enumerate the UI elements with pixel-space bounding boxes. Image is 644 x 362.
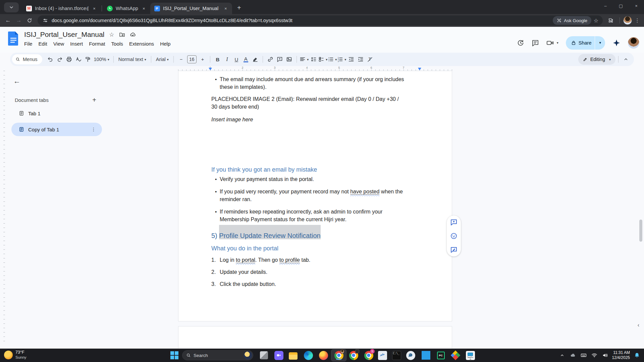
notification-bell-icon[interactable]	[633, 352, 641, 359]
start-button[interactable]	[170, 351, 179, 360]
left-indent-marker[interactable]	[209, 68, 212, 70]
italic-button[interactable]: I	[222, 55, 232, 64]
tab-search-button[interactable]	[4, 2, 19, 12]
menu-edit[interactable]: Edit	[35, 40, 50, 48]
taskbar-clock[interactable]: 11:31 AM 12/4/2025	[612, 350, 630, 360]
taskbar-chrome-2[interactable]	[349, 351, 358, 360]
gemini-sparkle-icon[interactable]	[612, 39, 621, 47]
star-document-icon[interactable]: ☆	[109, 31, 114, 38]
taskbar-search[interactable]: Search	[182, 350, 253, 360]
taskbar-weather[interactable]: 73°F Sunny	[4, 350, 26, 360]
increase-indent-icon[interactable]	[356, 55, 365, 64]
taskbar-postgresql[interactable]	[406, 351, 415, 360]
highlight-color-button[interactable]	[251, 55, 260, 64]
doc-line[interactable]: reminder ran.	[220, 195, 438, 203]
menu-help[interactable]: Help	[157, 40, 173, 48]
text-color-button[interactable]: A	[241, 55, 251, 64]
editing-mode-button[interactable]: Editing ▾	[578, 54, 615, 65]
browser-menu-kebab-icon[interactable]: ⋮	[633, 17, 641, 23]
comments-icon[interactable]	[532, 39, 539, 47]
doc-line[interactable]: Verify your payment status in the portal…	[220, 175, 438, 183]
doc-block-bullet[interactable]: •Verify your payment status in the porta…	[211, 175, 438, 183]
paragraph-style-select[interactable]: Normal text▾	[116, 55, 148, 64]
url-text[interactable]: docs.google.com/document/d/1Q8xj6S6o31Qg…	[52, 18, 553, 23]
move-to-folder-icon[interactable]	[119, 32, 125, 38]
zoom-select[interactable]: 100%▾	[93, 55, 111, 64]
sidebar-item-copy-of-tab-1[interactable]: Copy of Tab 1 ⋮	[11, 123, 102, 136]
underline-button[interactable]: U	[232, 55, 241, 64]
insert-image-icon[interactable]	[284, 55, 294, 64]
collapse-toolbar-icon[interactable]	[621, 55, 631, 64]
taskbar-meet[interactable]	[274, 351, 283, 360]
back-icon[interactable]: ←	[3, 15, 13, 26]
menu-view[interactable]: View	[50, 40, 67, 48]
menu-extensions[interactable]: Extensions	[126, 40, 157, 48]
doc-block-bullet[interactable]: •If reminders keep repeating incorrectly…	[211, 208, 438, 223]
volume-icon[interactable]	[601, 352, 609, 359]
touch-keyboard-icon[interactable]	[580, 352, 587, 359]
bookmark-star-icon[interactable]: ☆	[591, 16, 601, 25]
sidebar-item-tab-1[interactable]: Tab 1	[11, 107, 102, 120]
doc-line[interactable]: What you do in the portal	[211, 244, 438, 253]
selected-text[interactable]: Profile Update Review Notification	[219, 232, 320, 239]
suggest-edit-button[interactable]	[449, 245, 458, 254]
document-page-next[interactable]	[178, 326, 452, 349]
docs-profile-avatar[interactable]	[628, 37, 639, 49]
doc-block-bullet[interactable]: •If you paid very recently, your payment…	[211, 188, 438, 203]
taskbar-file-explorer[interactable]	[288, 351, 298, 360]
doc-line[interactable]: Click the update button.	[220, 280, 438, 288]
undo-icon[interactable]	[46, 55, 55, 64]
doc-block-h3[interactable]: What you do in the portal	[211, 244, 438, 253]
tab-close-icon[interactable]: ×	[223, 5, 229, 11]
doc-block-h3[interactable]: If you think you got an email by mistake	[211, 165, 438, 174]
checklist-select[interactable]: ▾	[318, 55, 328, 64]
docs-app-icon[interactable]	[7, 31, 19, 46]
doc-line[interactable]: If reminders keep repeating incorrectly,…	[220, 208, 438, 216]
menu-tools[interactable]: Tools	[108, 40, 126, 48]
doc-line[interactable]: 5) Profile Update Review Notification	[211, 231, 438, 241]
right-indent-marker[interactable]	[418, 68, 421, 70]
maximize-button[interactable]: ▢	[613, 0, 629, 11]
print-icon[interactable]	[64, 55, 74, 64]
tab-close-icon[interactable]: ×	[141, 5, 147, 11]
paint-format-icon[interactable]	[83, 55, 93, 64]
minimize-button[interactable]: –	[598, 0, 613, 11]
doc-line[interactable]: If you paid very recently, your payment …	[220, 188, 438, 195]
version-history-icon[interactable]	[517, 39, 524, 47]
reload-icon[interactable]	[24, 15, 35, 26]
emoji-reaction-button[interactable]	[449, 232, 458, 240]
taskbar-edge[interactable]	[304, 351, 313, 360]
scrollbar-thumb[interactable]	[639, 220, 642, 242]
doc-block-num[interactable]: 1.Log in to portal. Then go to profile t…	[211, 256, 438, 264]
taskbar-vscode[interactable]	[421, 351, 431, 360]
toolbar-search-menus[interactable]: Menus	[12, 54, 42, 64]
add-tab-icon[interactable]: +	[90, 96, 99, 104]
meet-videocam-icon[interactable]: ▾	[546, 39, 558, 47]
font-size-field[interactable]: 16	[187, 55, 197, 63]
tray-chevron-up-icon[interactable]	[558, 352, 566, 359]
doc-block-num[interactable]: 3.Click the update button.	[211, 280, 438, 288]
doc-block-italic[interactable]: Insert image here	[211, 116, 438, 123]
decrease-indent-icon[interactable]	[346, 55, 356, 64]
share-caret-icon[interactable]: ▾	[595, 41, 605, 45]
close-button[interactable]: ×	[629, 0, 644, 11]
doc-block-h2[interactable]: 5) Profile Update Review Notification	[211, 231, 438, 241]
grammar-suggestion[interactable]: to portal	[236, 257, 255, 263]
line-spacing-icon[interactable]	[309, 55, 318, 64]
insert-link-icon[interactable]	[266, 55, 275, 64]
taskbar-chrome-3[interactable]: S	[364, 351, 373, 360]
doc-block-para[interactable]: PLACEHOLDER IMAGE 2 (Email): Renewal rem…	[211, 95, 438, 111]
browser-tab-gmail[interactable]: M Inbox (4) - ishann.tforce@gmail ×	[22, 3, 101, 14]
omnibox[interactable]: docs.google.com/document/d/1Q8xj6S6o31Qg…	[38, 15, 603, 25]
doc-line[interactable]: PLACEHOLDER IMAGE 2 (Email): Renewal rem…	[211, 95, 438, 103]
doc-block-num[interactable]: 2.Update your details.	[211, 268, 438, 276]
doc-line[interactable]: Log in to portal. Then go to profile tab…	[220, 256, 438, 264]
spellcheck-icon[interactable]	[74, 55, 83, 64]
taskbar-firefox[interactable]	[319, 351, 328, 360]
share-button[interactable]: Share ▾	[566, 36, 605, 50]
document-text[interactable]: •The email may include amount due and ar…	[211, 75, 438, 288]
bold-button[interactable]: B	[213, 55, 222, 64]
doc-line[interactable]: 30 days before end)	[211, 103, 438, 111]
grammar-suggestion[interactable]: to profile	[279, 257, 300, 263]
taskbar-pycharm[interactable]: PC	[436, 351, 445, 360]
